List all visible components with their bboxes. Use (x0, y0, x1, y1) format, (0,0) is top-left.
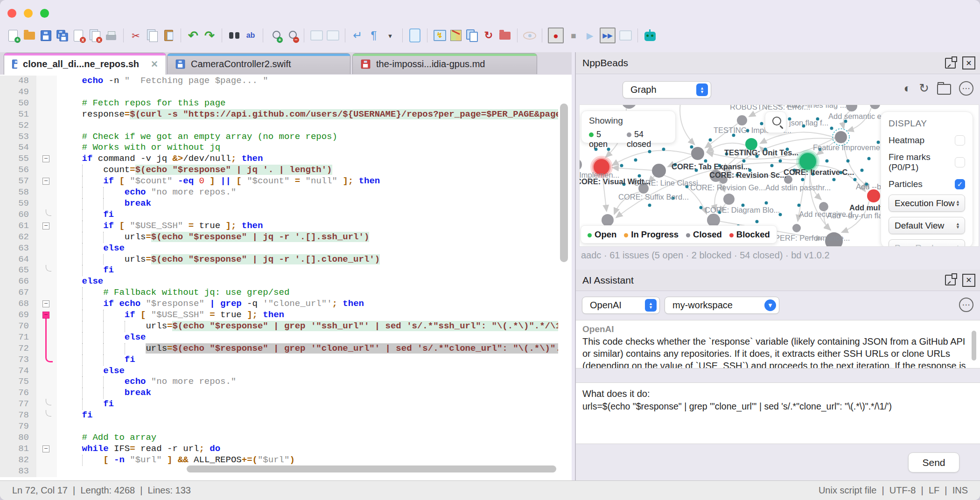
doc-list-icon[interactable] (466, 29, 479, 42)
fold-margin[interactable] (36, 343, 57, 354)
undo-icon[interactable]: ↶ (187, 29, 200, 42)
macro-play-icon[interactable]: ▶ (583, 29, 596, 42)
assistant-undock-icon[interactable] (945, 275, 956, 285)
zoom-out-icon[interactable]: − (285, 29, 298, 42)
tab-close-icon[interactable]: ✕ (151, 59, 158, 69)
preview-eye-icon[interactable] (523, 29, 536, 42)
fold-margin[interactable]: − (36, 444, 57, 455)
ai-robot-icon[interactable] (644, 29, 657, 42)
assistant-input[interactable]: What does it do: urls=$(echo "$response"… (576, 382, 980, 444)
fold-margin[interactable] (36, 165, 57, 176)
fold-margin[interactable] (36, 209, 57, 221)
traffic-minimize-button[interactable] (24, 9, 33, 18)
copy-icon[interactable] (146, 29, 159, 42)
display-select-execution-flow[interactable]: Execution Flow▲▼ (889, 194, 965, 212)
cut-icon[interactable]: ✂ (129, 29, 142, 42)
project-panel-icon[interactable] (498, 29, 511, 42)
fold-margin[interactable] (36, 265, 57, 276)
horizontal-scrollbar[interactable] (187, 465, 556, 472)
fold-margin[interactable] (36, 376, 57, 388)
code-line-78[interactable]: 78 fi (0, 410, 558, 421)
sync-v-scroll-icon[interactable] (310, 29, 323, 42)
fold-margin[interactable] (36, 455, 57, 466)
fold-margin[interactable]: − (36, 221, 57, 232)
fold-margin[interactable] (36, 399, 57, 410)
sync-h-scroll-icon[interactable] (326, 29, 339, 42)
code-line-62[interactable]: 62 urls=$(echo "$response" | jq -r '.[].… (0, 232, 558, 243)
contrast-icon[interactable]: ◐ (903, 81, 911, 96)
code-line-59[interactable]: 59 break (0, 198, 558, 209)
macro-save-icon[interactable] (619, 29, 632, 42)
code-line-52[interactable]: 52 (0, 120, 558, 132)
fold-margin[interactable] (36, 321, 57, 332)
replace-icon[interactable]: ab (244, 29, 257, 42)
word-wrap-icon[interactable]: ↵ (351, 29, 364, 42)
display-select-default-view[interactable]: Default View▲▼ (889, 217, 965, 234)
code-line-66[interactable]: 66 else (0, 276, 558, 287)
fold-margin[interactable] (36, 232, 57, 243)
print-icon[interactable] (105, 29, 118, 42)
fire-marks-checkbox[interactable] (955, 157, 965, 167)
fold-margin[interactable] (36, 332, 57, 343)
fold-margin[interactable] (36, 187, 57, 198)
fold-margin[interactable]: − (36, 310, 57, 321)
code-line-56[interactable]: 56 count=$(echo "$response" | jq '. | le… (0, 165, 558, 176)
code-line-75[interactable]: 75 echo "no more repos." (0, 376, 558, 388)
code-line-69[interactable]: 69− if [ "$USE_SSH" = true ]; then (0, 310, 558, 321)
fold-margin[interactable] (36, 132, 57, 143)
fold-margin[interactable] (36, 76, 57, 87)
fold-margin[interactable]: − (36, 153, 57, 165)
code-line-48[interactable]: 48 echo -n " Fetching page $page... " (0, 76, 558, 87)
fold-margin[interactable] (36, 254, 57, 265)
fold-margin[interactable] (36, 276, 57, 287)
macro-run-multiple-icon[interactable]: ▶▶ (600, 28, 616, 43)
code-line-49[interactable]: 49 (0, 87, 558, 98)
macro-record-icon[interactable]: ● (548, 28, 564, 43)
doc-map-icon[interactable] (408, 29, 421, 42)
code-line-53[interactable]: 53 # Check if we got an empty array (no … (0, 132, 558, 143)
code-editor[interactable]: 48 echo -n " Fetching page $page... "495… (0, 75, 572, 480)
code-line-64[interactable]: 64 urls=$(echo "$response" | jq -r '.[].… (0, 254, 558, 265)
traffic-close-button[interactable] (7, 9, 16, 18)
new-file-icon[interactable]: + (7, 29, 20, 42)
fold-margin[interactable] (36, 354, 57, 366)
code-line-74[interactable]: 74 else (0, 366, 558, 377)
code-line-76[interactable]: 76 break (0, 388, 558, 399)
display-select-pagerank[interactable]: PageRank▲▼ (889, 239, 965, 247)
fold-margin[interactable] (36, 142, 57, 153)
code-line-79[interactable]: 79 (0, 421, 558, 432)
code-line-60[interactable]: 60 fi (0, 209, 558, 221)
code-line-72[interactable]: 72 urls=$(echo "$response" | grep '"clon… (0, 343, 558, 354)
code-line-81[interactable]: 81− while IFS= read -r url; do (0, 444, 558, 455)
graph-canvas[interactable]: ROBUSTNESS: Error...Add --lines flag ...… (579, 104, 979, 247)
redo-icon[interactable]: ↷ (203, 29, 216, 42)
graph-view-select[interactable]: Graph ▲▼ (623, 81, 711, 98)
fold-margin[interactable] (36, 87, 57, 98)
tab-the-impossi-idia-gpus-md[interactable]: the-impossi...idia-gpus.md (352, 53, 537, 74)
code-line-71[interactable]: 71 else (0, 332, 558, 343)
assistant-response[interactable]: OpenAI This code checks whether the `res… (576, 320, 980, 368)
code-line-51[interactable]: 51 response=$(curl -s "https://api.githu… (0, 109, 558, 120)
code-line-67[interactable]: 67 # Fallback without jq: use grep/sed (0, 287, 558, 299)
fold-margin[interactable] (36, 198, 57, 209)
heatmap-checkbox[interactable] (955, 135, 965, 146)
code-line-70[interactable]: 70 urls=$(echo "$response" | grep '"ssh_… (0, 321, 558, 332)
fold-margin[interactable] (36, 98, 57, 109)
fold-margin[interactable] (36, 366, 57, 377)
response-scrollbar[interactable] (972, 331, 976, 361)
fold-margin[interactable] (36, 243, 57, 254)
save-all-icon[interactable] (56, 29, 69, 42)
code-line-54[interactable]: 54 # Works with or without jq (0, 142, 558, 153)
fold-margin[interactable]: − (36, 299, 57, 310)
code-line-50[interactable]: 50 # Fetch repos for this page (0, 98, 558, 109)
code-line-57[interactable]: 57− if [ "$count" -eq 0 ] || [ "$count" … (0, 176, 558, 187)
provider-select[interactable]: OpenAI ▲▼ (582, 297, 660, 314)
fold-margin[interactable] (36, 421, 57, 432)
open-file-icon[interactable] (23, 29, 36, 42)
code-line-63[interactable]: 63 else (0, 243, 558, 254)
save-icon[interactable] (39, 29, 52, 42)
refresh-icon[interactable]: ↻ (919, 81, 929, 96)
close-all-icon[interactable]: x (88, 29, 101, 42)
tab-clone-all-di-ne-repos-sh[interactable]: clone_all_di...ne_repos.sh✕ (4, 53, 166, 75)
show-all-chars-icon[interactable]: ¶ (367, 29, 380, 42)
